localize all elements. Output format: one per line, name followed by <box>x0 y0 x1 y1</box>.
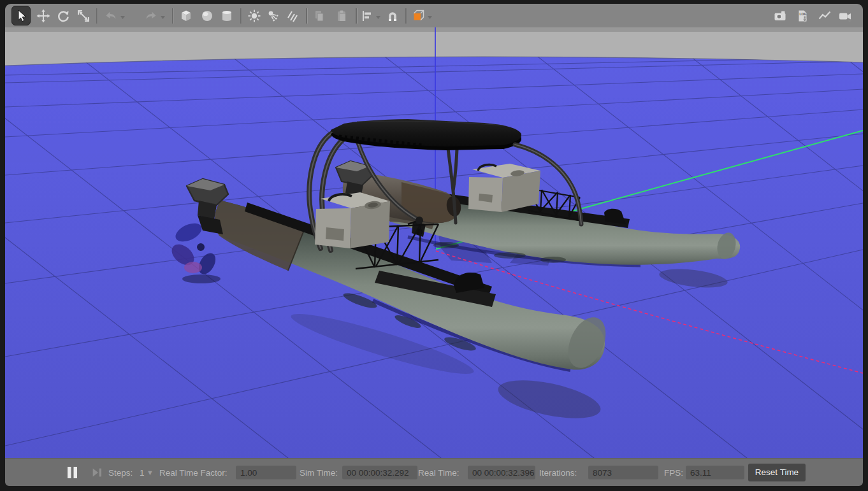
toolbar-separator <box>96 8 98 24</box>
real-time-factor-field[interactable]: 1.00 <box>236 466 296 479</box>
iterations-label: Iterations: <box>539 467 577 477</box>
far-equipment-box <box>468 164 540 212</box>
simulation-statusbar: Steps: 1 ▼ Real Time Factor: 1.00 Sim Ti… <box>5 458 863 486</box>
cursor-arrow-icon <box>13 8 29 24</box>
real-time-factor-label: Real Time Factor: <box>159 467 228 477</box>
snap-magnet-icon[interactable] <box>385 8 400 24</box>
tube-joint <box>416 217 423 224</box>
log-icon-text: LOG <box>799 12 806 16</box>
fps-label: FPS: <box>664 467 683 477</box>
directional-light-icon[interactable] <box>285 8 300 24</box>
view-angle-dropdown-caret[interactable] <box>427 15 433 20</box>
spot-light-icon[interactable] <box>266 8 281 24</box>
pause-button[interactable] <box>65 465 80 480</box>
fps-field[interactable]: 63.11 <box>686 466 744 479</box>
toolbar-separator <box>172 8 174 24</box>
translate-mode-icon[interactable] <box>36 8 51 24</box>
toolbar-separator <box>306 8 308 24</box>
insert-box-icon[interactable] <box>178 8 194 24</box>
sim-time-field[interactable]: 00 00:00:32.292 <box>342 466 417 479</box>
toolbar-shadow <box>5 27 863 32</box>
undo-dropdown-caret[interactable] <box>120 15 126 20</box>
main-toolbar: LOG <box>5 4 863 28</box>
point-light-icon[interactable] <box>247 8 262 24</box>
iterations-field[interactable]: 8073 <box>588 466 658 479</box>
sim-time-label: Sim Time: <box>300 467 338 477</box>
viewport-3d[interactable] <box>5 27 863 459</box>
toolbar-separator <box>240 8 242 24</box>
align-dropdown-caret[interactable] <box>375 15 381 20</box>
steps-dropdown-caret[interactable]: ▼ <box>147 469 154 476</box>
reset-time-button[interactable]: Reset Time <box>748 464 806 481</box>
redo-dropdown-caret[interactable] <box>160 15 166 20</box>
insert-sphere-icon[interactable] <box>199 8 215 24</box>
log-record-icon[interactable]: LOG <box>795 8 810 24</box>
steps-label: Steps: <box>108 467 133 477</box>
undo-icon[interactable] <box>103 8 119 24</box>
toolbar-separator <box>356 8 358 24</box>
paste-icon[interactable] <box>334 8 349 24</box>
view-angle-cube-icon[interactable] <box>411 8 426 24</box>
redo-icon[interactable] <box>143 8 159 24</box>
copy-icon[interactable] <box>312 8 327 24</box>
rotate-mode-icon[interactable] <box>55 8 71 24</box>
step-button[interactable] <box>90 466 105 480</box>
real-time-field[interactable]: 00 00:00:32.396 <box>468 466 535 479</box>
video-record-icon[interactable] <box>837 8 853 24</box>
plot-window-icon[interactable] <box>817 8 832 24</box>
align-tool-icon[interactable] <box>359 8 375 24</box>
real-time-label: Real Time: <box>418 467 459 477</box>
insert-cylinder-icon[interactable] <box>219 8 235 24</box>
screenshot-camera-icon[interactable] <box>772 8 788 24</box>
scale-mode-icon[interactable] <box>76 8 91 24</box>
gazebo-window: LOG <box>0 0 868 491</box>
select-mode-button[interactable] <box>11 6 31 25</box>
ocean-surface <box>5 57 863 459</box>
toolbar-separator <box>405 8 407 24</box>
steps-value[interactable]: 1 <box>140 467 145 477</box>
